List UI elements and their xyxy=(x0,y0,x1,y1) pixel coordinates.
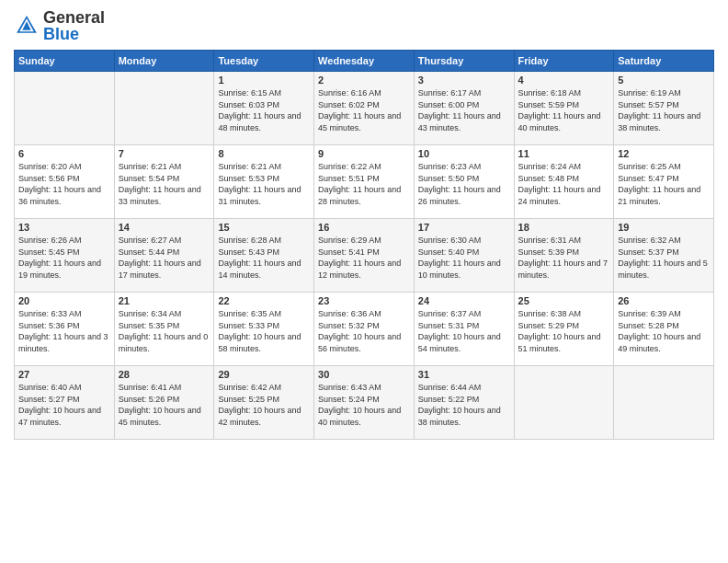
day-info: Sunrise: 6:22 AMSunset: 5:51 PMDaylight:… xyxy=(318,161,410,207)
generalblue-logo-icon xyxy=(14,13,40,39)
day-number: 16 xyxy=(318,222,410,233)
calendar-cell: 14Sunrise: 6:27 AMSunset: 5:44 PMDayligh… xyxy=(114,219,214,293)
calendar-cell: 2Sunrise: 6:16 AMSunset: 6:02 PMDaylight… xyxy=(314,72,415,145)
day-number: 19 xyxy=(618,222,710,233)
day-number: 1 xyxy=(218,75,310,86)
weekday-header-friday: Friday xyxy=(514,51,614,72)
day-info: Sunrise: 6:20 AMSunset: 5:56 PMDaylight:… xyxy=(18,161,110,207)
calendar-cell: 31Sunrise: 6:44 AMSunset: 5:22 PMDayligh… xyxy=(414,366,514,440)
calendar-cell: 1Sunrise: 6:15 AMSunset: 6:03 PMDaylight… xyxy=(214,72,314,145)
page: General Blue SundayMondayTuesdayWednesda… xyxy=(0,0,728,563)
weekday-header-monday: Monday xyxy=(114,51,214,72)
week-row-5: 27Sunrise: 6:40 AMSunset: 5:27 PMDayligh… xyxy=(15,366,714,440)
day-info: Sunrise: 6:44 AMSunset: 5:22 PMDaylight:… xyxy=(418,382,510,428)
calendar-cell: 16Sunrise: 6:29 AMSunset: 5:41 PMDayligh… xyxy=(314,219,415,293)
weekday-header-tuesday: Tuesday xyxy=(214,51,314,72)
calendar-cell: 6Sunrise: 6:20 AMSunset: 5:56 PMDaylight… xyxy=(15,145,115,219)
day-info: Sunrise: 6:26 AMSunset: 5:45 PMDaylight:… xyxy=(18,235,110,281)
calendar-cell: 19Sunrise: 6:32 AMSunset: 5:37 PMDayligh… xyxy=(614,219,714,293)
calendar-cell: 27Sunrise: 6:40 AMSunset: 5:27 PMDayligh… xyxy=(15,366,115,440)
day-number: 29 xyxy=(218,369,310,380)
week-row-2: 6Sunrise: 6:20 AMSunset: 5:56 PMDaylight… xyxy=(15,145,714,219)
day-info: Sunrise: 6:24 AMSunset: 5:48 PMDaylight:… xyxy=(518,161,610,207)
day-number: 27 xyxy=(18,369,110,380)
day-number: 4 xyxy=(518,75,610,86)
calendar-cell: 26Sunrise: 6:39 AMSunset: 5:28 PMDayligh… xyxy=(614,293,714,366)
day-info: Sunrise: 6:34 AMSunset: 5:35 PMDaylight:… xyxy=(119,308,210,354)
calendar-cell: 17Sunrise: 6:30 AMSunset: 5:40 PMDayligh… xyxy=(414,219,514,293)
week-row-1: 1Sunrise: 6:15 AMSunset: 6:03 PMDaylight… xyxy=(15,72,714,145)
header: General Blue xyxy=(14,9,714,42)
calendar-cell: 24Sunrise: 6:37 AMSunset: 5:31 PMDayligh… xyxy=(414,293,514,366)
day-info: Sunrise: 6:23 AMSunset: 5:50 PMDaylight:… xyxy=(418,161,510,207)
calendar-cell: 10Sunrise: 6:23 AMSunset: 5:50 PMDayligh… xyxy=(414,145,514,219)
day-info: Sunrise: 6:17 AMSunset: 6:00 PMDaylight:… xyxy=(418,87,510,133)
calendar-cell: 8Sunrise: 6:21 AMSunset: 5:53 PMDaylight… xyxy=(214,145,314,219)
day-info: Sunrise: 6:31 AMSunset: 5:39 PMDaylight:… xyxy=(518,235,610,281)
day-number: 11 xyxy=(518,148,610,159)
day-info: Sunrise: 6:21 AMSunset: 5:53 PMDaylight:… xyxy=(218,161,310,207)
day-number: 30 xyxy=(318,369,410,380)
day-number: 15 xyxy=(218,222,310,233)
logo-text: General Blue xyxy=(43,9,105,42)
day-number: 21 xyxy=(119,295,210,306)
calendar-cell: 3Sunrise: 6:17 AMSunset: 6:00 PMDaylight… xyxy=(414,72,514,145)
day-number: 5 xyxy=(618,75,710,86)
calendar-cell xyxy=(514,366,614,440)
day-info: Sunrise: 6:39 AMSunset: 5:28 PMDaylight:… xyxy=(618,308,710,354)
weekday-header-row: SundayMondayTuesdayWednesdayThursdayFrid… xyxy=(15,51,714,72)
calendar-cell: 30Sunrise: 6:43 AMSunset: 5:24 PMDayligh… xyxy=(314,366,415,440)
logo-blue: Blue xyxy=(43,25,79,43)
day-info: Sunrise: 6:41 AMSunset: 5:26 PMDaylight:… xyxy=(119,382,210,428)
calendar-cell: 5Sunrise: 6:19 AMSunset: 5:57 PMDaylight… xyxy=(614,72,714,145)
day-info: Sunrise: 6:33 AMSunset: 5:36 PMDaylight:… xyxy=(18,308,110,354)
day-number: 13 xyxy=(18,222,110,233)
calendar-cell: 11Sunrise: 6:24 AMSunset: 5:48 PMDayligh… xyxy=(514,145,614,219)
week-row-3: 13Sunrise: 6:26 AMSunset: 5:45 PMDayligh… xyxy=(15,219,714,293)
day-number: 8 xyxy=(218,148,310,159)
day-info: Sunrise: 6:27 AMSunset: 5:44 PMDaylight:… xyxy=(119,235,210,281)
day-number: 2 xyxy=(318,75,410,86)
calendar-cell: 22Sunrise: 6:35 AMSunset: 5:33 PMDayligh… xyxy=(214,293,314,366)
day-info: Sunrise: 6:29 AMSunset: 5:41 PMDaylight:… xyxy=(318,235,410,281)
calendar-cell: 23Sunrise: 6:36 AMSunset: 5:32 PMDayligh… xyxy=(314,293,415,366)
day-info: Sunrise: 6:36 AMSunset: 5:32 PMDaylight:… xyxy=(318,308,410,354)
day-info: Sunrise: 6:15 AMSunset: 6:03 PMDaylight:… xyxy=(218,87,310,133)
day-number: 23 xyxy=(318,295,410,306)
weekday-header-saturday: Saturday xyxy=(614,51,714,72)
day-number: 12 xyxy=(618,148,710,159)
day-number: 7 xyxy=(119,148,210,159)
week-row-4: 20Sunrise: 6:33 AMSunset: 5:36 PMDayligh… xyxy=(15,293,714,366)
day-number: 3 xyxy=(418,75,510,86)
day-info: Sunrise: 6:38 AMSunset: 5:29 PMDaylight:… xyxy=(518,308,610,354)
day-info: Sunrise: 6:18 AMSunset: 5:59 PMDaylight:… xyxy=(518,87,610,133)
day-number: 25 xyxy=(518,295,610,306)
day-info: Sunrise: 6:32 AMSunset: 5:37 PMDaylight:… xyxy=(618,235,710,281)
weekday-header-sunday: Sunday xyxy=(15,51,115,72)
day-info: Sunrise: 6:19 AMSunset: 5:57 PMDaylight:… xyxy=(618,87,710,133)
calendar-header: SundayMondayTuesdayWednesdayThursdayFrid… xyxy=(15,51,714,72)
day-info: Sunrise: 6:42 AMSunset: 5:25 PMDaylight:… xyxy=(218,382,310,428)
calendar-cell xyxy=(614,366,714,440)
day-info: Sunrise: 6:21 AMSunset: 5:54 PMDaylight:… xyxy=(119,161,210,207)
day-number: 17 xyxy=(418,222,510,233)
day-number: 18 xyxy=(518,222,610,233)
calendar-cell xyxy=(114,72,214,145)
day-number: 20 xyxy=(18,295,110,306)
calendar-cell: 7Sunrise: 6:21 AMSunset: 5:54 PMDaylight… xyxy=(114,145,214,219)
day-number: 31 xyxy=(418,369,510,380)
calendar-cell: 21Sunrise: 6:34 AMSunset: 5:35 PMDayligh… xyxy=(114,293,214,366)
day-number: 28 xyxy=(119,369,210,380)
day-number: 22 xyxy=(218,295,310,306)
day-info: Sunrise: 6:37 AMSunset: 5:31 PMDaylight:… xyxy=(418,308,510,354)
calendar-cell: 15Sunrise: 6:28 AMSunset: 5:43 PMDayligh… xyxy=(214,219,314,293)
calendar-cell: 28Sunrise: 6:41 AMSunset: 5:26 PMDayligh… xyxy=(114,366,214,440)
weekday-header-thursday: Thursday xyxy=(414,51,514,72)
day-number: 10 xyxy=(418,148,510,159)
logo-general: General xyxy=(43,8,105,27)
calendar-cell: 4Sunrise: 6:18 AMSunset: 5:59 PMDaylight… xyxy=(514,72,614,145)
day-info: Sunrise: 6:43 AMSunset: 5:24 PMDaylight:… xyxy=(318,382,410,428)
calendar-cell: 25Sunrise: 6:38 AMSunset: 5:29 PMDayligh… xyxy=(514,293,614,366)
day-number: 9 xyxy=(318,148,410,159)
day-number: 24 xyxy=(418,295,510,306)
